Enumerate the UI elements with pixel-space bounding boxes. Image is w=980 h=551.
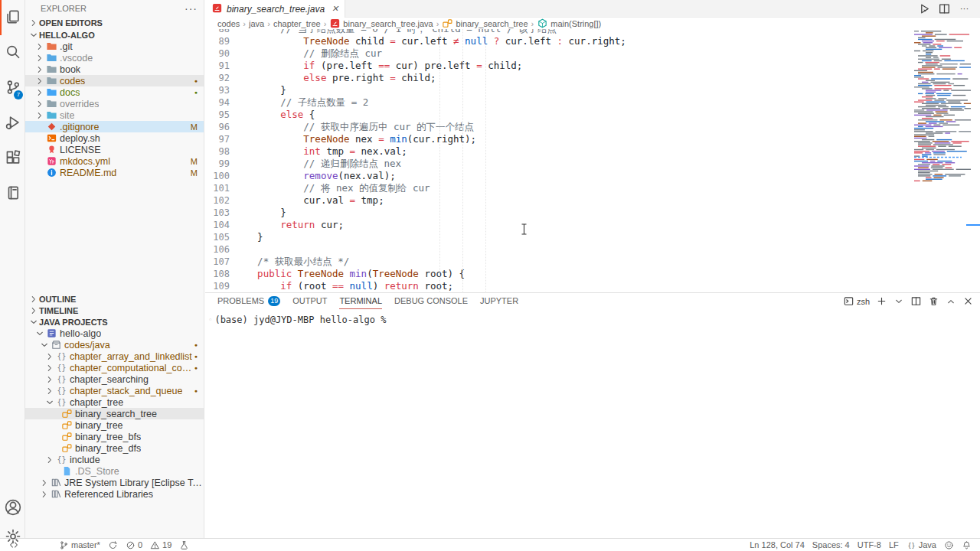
panel-tab-debug-console[interactable]: DEBUG CONSOLE (394, 293, 468, 309)
readme-icon (45, 167, 58, 178)
breadcrumb-label: binary_search_tree (456, 19, 528, 28)
status-bell-icon[interactable] (958, 539, 975, 551)
shell-label: zsh (857, 297, 870, 306)
panel-split-panel-icon[interactable] (910, 295, 922, 307)
tree-item-codes[interactable]: codes● (25, 75, 204, 86)
tree-item-mkdocs.yml[interactable]: mkdocs.ymlM (25, 155, 204, 167)
split-editor-icon[interactable] (938, 2, 951, 15)
tree-item-chapter_searching[interactable]: {}chapter_searching (25, 373, 204, 385)
tree-item-.vscode[interactable]: .vscode (25, 52, 204, 64)
tree-item-Referenced Libraries[interactable]: Referenced Libraries (25, 488, 204, 500)
svg-text:{}: {} (57, 364, 67, 372)
code-editor[interactable]: 88 // 当子结点数量 = 0 / 1 时， child = null / 该… (205, 29, 911, 292)
tab-close-icon[interactable]: ✕ (328, 4, 338, 14)
tree-item-JRE System Library [Eclipse Temurin 17 [17...[interactable]: JRE System Library [Eclipse Temurin 17 [… (25, 477, 204, 488)
panel-tab-jupyter[interactable]: JUPYTER (480, 293, 518, 309)
tree-item-site[interactable]: site (25, 109, 204, 121)
tree-item-binary_tree_bfs[interactable]: binary_tree_bfs (25, 431, 204, 442)
panel-chevron-up-icon[interactable] (946, 296, 956, 307)
run-icon[interactable] (918, 2, 931, 15)
tree-item-.gitignore[interactable]: .gitignoreM (25, 121, 204, 132)
activity-source-control-icon[interactable]: 7 (0, 72, 25, 103)
minimap[interactable] (911, 29, 971, 292)
tree-item-include[interactable]: {}include (25, 454, 204, 465)
activity-account-icon[interactable] (0, 492, 25, 523)
panel-plus-icon[interactable] (876, 295, 887, 307)
tree-item-overrides[interactable]: overrides (25, 98, 204, 109)
breadcrumb-item[interactable]: main(String[]) (537, 18, 601, 29)
panel-chevron-down-icon[interactable] (893, 296, 904, 307)
activity-run-debug-icon[interactable] (0, 107, 25, 138)
panel-tab-output[interactable]: OUTPUT (292, 293, 327, 309)
panel-tab-problems[interactable]: PROBLEMS19 (217, 293, 280, 309)
tree-item-binary_tree_dfs[interactable]: binary_tree_dfs (25, 442, 204, 454)
tree-item-chapter_tree[interactable]: {}chapter_tree (25, 396, 204, 408)
symbol-class-icon (60, 442, 74, 454)
panel-tab-terminal[interactable]: TERMINAL (339, 293, 382, 309)
tree-item-README.md[interactable]: README.mdM (25, 167, 204, 178)
tree-item-book[interactable]: book (25, 64, 204, 75)
status-utf-8[interactable]: UTF-8 (854, 539, 885, 551)
panel-trash-icon[interactable] (928, 295, 939, 307)
status-java[interactable]: {}Java (903, 539, 940, 551)
terminal-picker[interactable]: zsh (843, 295, 870, 307)
status-sync-icon[interactable] (104, 539, 122, 551)
status-ln-128-col-74[interactable]: Ln 128, Col 74 (746, 539, 808, 551)
status-master-[interactable]: master* (55, 539, 104, 551)
tree-item-label: README.md (58, 168, 116, 178)
explorer-more-actions[interactable]: ··· (185, 2, 198, 15)
breadcrumb-item[interactable]: binary_search_tree (442, 18, 528, 29)
activity-notebook-icon[interactable] (0, 178, 25, 208)
tree-item-docs[interactable]: docs● (25, 86, 204, 98)
tree-item-binary_search_tree[interactable]: binary_search_tree (25, 408, 204, 419)
breadcrumb-item[interactable]: codes (217, 19, 240, 28)
tree-item-LICENSE[interactable]: LICENSE (25, 144, 204, 155)
breadcrumb-item[interactable]: binary_search_tree.java (329, 18, 433, 29)
status-0[interactable]: 0 (122, 539, 146, 551)
activity-search-icon[interactable] (0, 37, 25, 67)
line-number: 99 (205, 158, 230, 170)
explorer-file-tree: .git.vscodebookcodes●docs●overridessite.… (25, 41, 204, 178)
section-open-editors[interactable]: OPEN EDITORS (25, 17, 204, 28)
symbol-class-icon (60, 431, 74, 442)
dot-badge: ● (194, 365, 204, 370)
svg-text:{}: {} (57, 352, 67, 360)
section-timeline[interactable]: TIMELINE (25, 305, 204, 316)
project-icon (45, 328, 58, 339)
breadcrumb-item[interactable]: java (249, 19, 264, 28)
tree-item-chapter_computational_complexity[interactable]: {}chapter_computational_complexity● (25, 362, 204, 373)
tree-item-deploy.sh[interactable]: deploy.sh (25, 132, 204, 144)
activity-settings-gear-icon[interactable] (0, 521, 25, 551)
activity-files-icon[interactable] (0, 2, 25, 32)
code-text: // 删除结点 cur (230, 47, 382, 60)
status-beaker-icon[interactable] (175, 539, 193, 551)
line-number: 105 (205, 231, 230, 243)
tree-item-binary_tree[interactable]: binary_tree (25, 419, 204, 431)
editor-group: binary_search_tree.java ✕ ··· codes›java… (205, 0, 980, 292)
tree-item-codes/java[interactable]: codes/java● (25, 339, 204, 350)
breadcrumb-item[interactable]: chapter_tree (273, 19, 321, 28)
activity-extensions-icon[interactable] (0, 142, 25, 173)
tab-binary-search-tree[interactable]: binary_search_tree.java ✕ (205, 0, 345, 18)
status-feedback-icon[interactable] (940, 539, 958, 551)
tree-item-.DS_Store[interactable]: .DS_Store (25, 465, 204, 477)
section-outline[interactable]: OUTLINE (25, 293, 204, 305)
code-text: // 将 nex 的值复制给 cur (230, 182, 430, 194)
chevron-right-icon (34, 110, 45, 121)
section-root-folder[interactable]: HELLO-ALGO (25, 29, 204, 41)
dot-badge: ● (194, 90, 204, 95)
status-spaces-4[interactable]: Spaces: 4 (808, 539, 854, 551)
code-text: remove(nex.val); (230, 170, 396, 182)
ellipsis-icon[interactable]: ··· (958, 2, 971, 15)
tree-item-.git[interactable]: .git (25, 41, 204, 52)
panel-close-icon[interactable] (962, 295, 974, 307)
terminal-output[interactable]: ◦ (base) jyd@JYD-MBP hello-algo % (208, 315, 386, 325)
tree-item-hello-algo[interactable]: hello-algo (25, 328, 204, 339)
status-19[interactable]: 19 (146, 539, 175, 551)
chevron-down-icon (28, 30, 39, 41)
tree-item-chapter_array_and_linkedlist[interactable]: {}chapter_array_and_linkedlist● (25, 350, 204, 362)
tree-item-chapter_stack_and_queue[interactable]: {}chapter_stack_and_queue● (25, 385, 204, 396)
status-lf[interactable]: LF (885, 539, 903, 551)
section-java-projects[interactable]: JAVA PROJECTS (25, 316, 204, 328)
svg-text:{}: {} (57, 375, 67, 383)
